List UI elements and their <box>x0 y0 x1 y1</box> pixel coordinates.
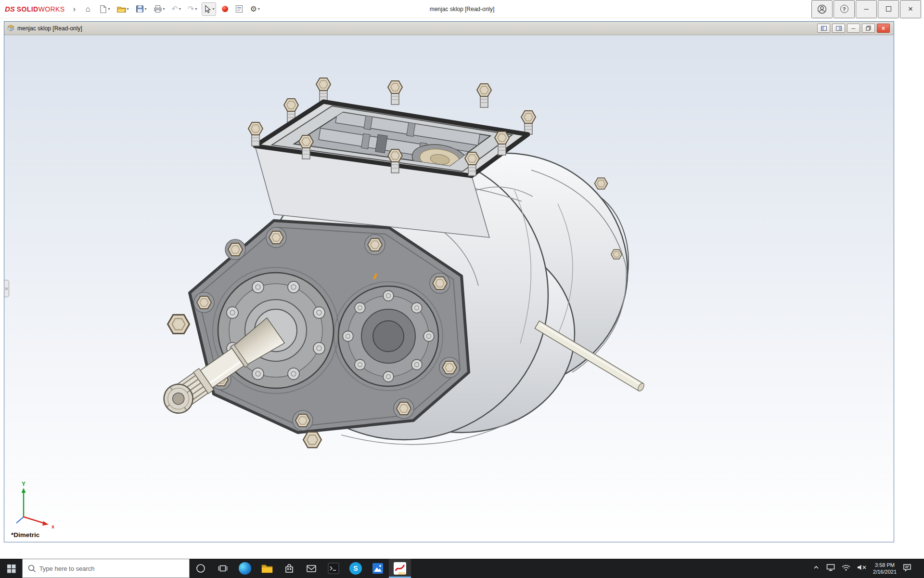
edge-icon <box>239 562 251 575</box>
output-flange <box>338 286 438 386</box>
document-window: menjac sklop [Read-only] ─ <box>4 21 894 542</box>
clock-time: 3:58 PM <box>873 562 897 568</box>
part-document-icon <box>7 25 14 32</box>
photos-app-button[interactable] <box>367 559 389 578</box>
redo-button[interactable]: ↷ ▾ <box>186 2 199 16</box>
help-icon: ? <box>840 5 848 13</box>
home-icon: ⌂ <box>86 5 90 13</box>
doc-split-horizontal-button[interactable] <box>817 24 830 33</box>
select-tool-button[interactable]: ▾ <box>202 2 216 16</box>
windows-taskbar: S 2021 <box>0 559 924 578</box>
solidworks-taskbar-button[interactable]: 2021 <box>389 559 411 578</box>
volume-tray-button[interactable] <box>857 564 867 573</box>
windows-logo-icon <box>6 564 16 574</box>
new-document-button[interactable]: ▾ <box>97 2 112 16</box>
edge-browser-button[interactable] <box>234 559 256 578</box>
undo-icon: ↶ <box>172 5 178 13</box>
split-pane-icon <box>821 26 827 31</box>
properties-card-icon <box>235 5 243 13</box>
document-titlebar[interactable]: menjac sklop [Read-only] ─ <box>4 22 894 35</box>
save-button[interactable]: ▾ <box>134 2 149 16</box>
new-document-icon <box>99 5 107 13</box>
chevron-down-icon: ▾ <box>163 7 165 11</box>
file-explorer-icon <box>261 564 273 573</box>
splitter-handle-icon <box>5 288 8 290</box>
search-input[interactable] <box>39 565 184 572</box>
open-folder-icon <box>117 5 126 13</box>
restore-icon <box>866 26 871 31</box>
doc-close-button[interactable]: × <box>877 24 890 33</box>
doc-split-vertical-button[interactable] <box>832 24 845 33</box>
search-icon <box>27 564 36 573</box>
redo-icon: ↷ <box>188 5 194 13</box>
close-icon: × <box>882 25 885 32</box>
minimize-icon: ─ <box>864 5 868 13</box>
options-button[interactable]: ⚙ ▾ <box>248 2 261 16</box>
undo-button[interactable]: ↶ ▾ <box>170 2 183 16</box>
network-tray-button[interactable] <box>841 564 851 573</box>
chevron-right-icon: › <box>73 5 76 13</box>
display-icon <box>826 563 835 572</box>
user-account-icon <box>817 4 827 14</box>
chevron-up-icon <box>812 564 820 571</box>
brand-works-text: WORKS <box>38 5 65 13</box>
app-close-button[interactable]: × <box>900 0 921 18</box>
app-maximize-button[interactable] <box>878 0 899 18</box>
mail-envelope-icon <box>306 564 317 573</box>
chevron-down-icon: ▾ <box>258 7 260 11</box>
triad-y-label: Y <box>22 481 26 487</box>
file-properties-button[interactable] <box>233 2 245 16</box>
triad-x-label: x <box>51 524 55 529</box>
clock-date: 2/16/2021 <box>873 568 897 575</box>
minimize-icon: ─ <box>852 26 856 31</box>
action-center-icon <box>902 563 912 572</box>
red-sphere-icon <box>222 6 228 12</box>
system-tray: 3:58 PM 2/16/2021 <box>808 559 924 578</box>
3d-viewport[interactable]: Y x *Dimetric <box>4 35 894 542</box>
maximize-icon <box>886 6 891 12</box>
cortana-button[interactable] <box>190 559 212 578</box>
document-window-controls: ─ × <box>817 24 891 33</box>
split-pane-icon <box>836 26 842 31</box>
app-minimize-button[interactable]: ─ <box>856 0 877 18</box>
action-center-button[interactable] <box>902 563 912 574</box>
terminal-button[interactable] <box>322 559 345 578</box>
doc-minimize-button[interactable]: ─ <box>847 24 860 33</box>
photos-icon <box>372 563 384 574</box>
featuremanager-collapsed-tab[interactable] <box>4 280 9 297</box>
menu-expand-button[interactable]: › <box>69 2 80 16</box>
print-button[interactable]: ▾ <box>152 2 167 16</box>
terminal-icon <box>328 563 339 574</box>
display-tray-button[interactable] <box>826 563 835 574</box>
sign-in-button[interactable] <box>811 0 833 18</box>
print-icon <box>154 5 162 13</box>
gear-icon: ⚙ <box>250 5 257 13</box>
taskbar-search[interactable] <box>22 559 190 578</box>
question-mark-glyph: ? <box>843 6 846 12</box>
skype-letter: S <box>353 565 358 572</box>
tray-overflow-button[interactable] <box>812 564 820 573</box>
document-title: menjac sklop [Read-only] <box>17 25 82 32</box>
skype-button[interactable]: S <box>345 559 367 578</box>
store-bag-icon <box>284 563 295 574</box>
open-button[interactable]: ▾ <box>115 2 131 16</box>
view-orientation-label: *Dimetric <box>11 531 40 539</box>
taskbar-clock[interactable]: 3:58 PM 2/16/2021 <box>873 562 897 575</box>
start-button[interactable] <box>0 559 22 578</box>
quick-access-toolbar: ⌂ ▾ ▾ ▾ <box>82 2 262 16</box>
file-explorer-button[interactable] <box>256 559 278 578</box>
volume-muted-icon <box>857 564 867 571</box>
titlebar-right-controls: ? ─ × <box>811 0 921 18</box>
brand-solid-text: SOLID <box>17 5 38 13</box>
mail-button[interactable] <box>300 559 322 578</box>
network-icon <box>841 564 851 571</box>
xpress-products-button[interactable] <box>219 2 231 16</box>
help-button[interactable]: ? <box>834 0 855 18</box>
task-view-button[interactable] <box>212 559 234 578</box>
home-button[interactable]: ⌂ <box>82 2 94 16</box>
microsoft-store-button[interactable] <box>278 559 300 578</box>
select-cursor-icon <box>204 5 211 13</box>
chevron-down-icon: ▾ <box>108 7 110 11</box>
cortana-icon <box>195 563 206 574</box>
doc-restore-button[interactable] <box>862 24 875 33</box>
